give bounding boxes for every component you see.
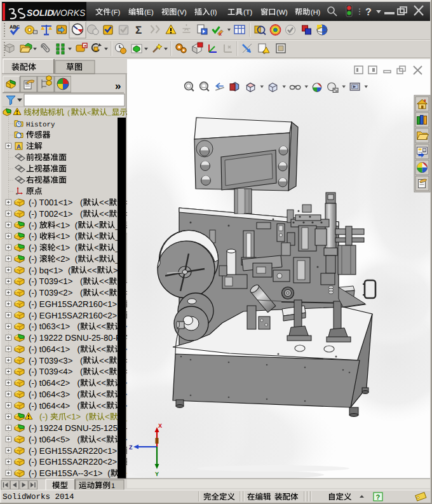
- svg-text:<: <: [94, 231, 99, 241]
- svg-text:Σ: Σ: [135, 24, 142, 36]
- svg-text:SolidWorks 2014: SolidWorks 2014: [3, 493, 74, 501]
- svg-text:(: (: [72, 378, 80, 388]
- svg-text:(-) t064<4>: (-) t064<4>: [29, 401, 71, 411]
- svg-text:<1>: <1>: [67, 412, 81, 421]
- svg-text:(: (: [72, 322, 80, 331]
- svg-text:(-) t063<1>: (-) t063<1>: [29, 322, 71, 331]
- svg-text:(: (: [72, 221, 78, 230]
- svg-text:(-): (-): [29, 221, 39, 230]
- svg-text:⋮: ⋮: [356, 7, 363, 16]
- svg-text:(: (: [76, 288, 83, 297]
- svg-text:<1>: <1>: [56, 243, 71, 252]
- svg-text:(: (: [76, 367, 83, 376]
- svg-text:(-) T039<1>: (-) T039<1>: [29, 276, 73, 286]
- svg-text:(-) EGH15SA2R220<2>: (-) EGH15SA2R220<2>: [29, 457, 118, 467]
- svg-text:(T): (T): [243, 9, 252, 17]
- svg-text:<<: <<: [99, 198, 109, 207]
- svg-text:(: (: [72, 243, 78, 252]
- svg-text:History: History: [26, 121, 55, 129]
- svg-text:(-) T001<1>: (-) T001<1>: [29, 198, 73, 207]
- svg-text:(F): (F): [111, 9, 120, 17]
- svg-text:(E): (E): [144, 9, 154, 17]
- svg-text:(: (: [72, 231, 78, 241]
- svg-text:(-) t064<1>: (-) t064<1>: [29, 344, 71, 354]
- svg-text:(: (: [72, 435, 80, 444]
- svg-text:Y: Y: [155, 471, 159, 477]
- svg-text:(-) EGH15SA2R160<1>: (-) EGH15SA2R160<1>: [29, 299, 118, 309]
- svg-text:(-) bq<1>: (-) bq<1>: [29, 266, 64, 275]
- svg-text:(-) T039<2>: (-) T039<2>: [29, 288, 73, 297]
- svg-text:(: (: [76, 276, 83, 286]
- svg-text:(-): (-): [39, 412, 50, 421]
- svg-text:(-) T039<4>: (-) T039<4>: [29, 367, 73, 376]
- svg-text:_: _: [107, 110, 112, 118]
- svg-text:✶: ✶: [15, 192, 18, 196]
- svg-text:?: ?: [376, 494, 381, 501]
- svg-text:(-) T039<3>: (-) T039<3>: [29, 356, 73, 365]
- svg-text:A: A: [17, 144, 21, 151]
- svg-text:<: <: [105, 412, 110, 421]
- svg-text:<<: <<: [99, 288, 109, 297]
- svg-text:<<: <<: [97, 322, 107, 331]
- svg-text:(: (: [72, 390, 80, 399]
- svg-text:<1>: <1>: [56, 221, 71, 230]
- svg-text:<<: <<: [99, 276, 109, 286]
- svg-text:WORKS: WORKS: [52, 8, 86, 18]
- svg-text:(I): (I): [210, 9, 217, 17]
- svg-text:<2>: <2>: [56, 254, 71, 264]
- svg-text:(: (: [76, 209, 83, 219]
- svg-text:(: (: [83, 412, 89, 421]
- svg-text:(-) EGH15SA2R160<2>: (-) EGH15SA2R160<2>: [29, 311, 118, 320]
- svg-text:<<: <<: [97, 401, 107, 411]
- svg-text:»: »: [115, 80, 121, 92]
- svg-text:<<: <<: [97, 435, 107, 444]
- svg-text:<<: <<: [99, 367, 109, 376]
- svg-text:1: 1: [111, 482, 115, 490]
- svg-text:(: (: [72, 344, 80, 354]
- svg-text:ABC: ABC: [10, 24, 20, 30]
- svg-text:(-) t064<2>: (-) t064<2>: [29, 378, 71, 388]
- svg-text:(: (: [65, 266, 71, 275]
- svg-text:<: <: [87, 110, 91, 118]
- svg-text:X: X: [158, 423, 162, 429]
- svg-text:(: (: [67, 110, 71, 118]
- svg-text:(W): (W): [276, 9, 288, 17]
- svg-text:(-): (-): [29, 243, 39, 252]
- svg-text:<: <: [94, 221, 99, 230]
- svg-text:(: (: [105, 468, 111, 478]
- svg-text:(-) EGH15SA2R220<1>: (-) EGH15SA2R220<1>: [29, 446, 118, 456]
- svg-text:(-) t064<5>: (-) t064<5>: [29, 435, 71, 444]
- svg-text:(-) EGH15SA--3<1>: (-) EGH15SA--3<1>: [29, 468, 103, 478]
- svg-text:(: (: [72, 254, 78, 264]
- svg-text:(: (: [72, 401, 80, 411]
- svg-text:SOLID: SOLID: [27, 8, 53, 18]
- svg-text:x: x: [219, 31, 222, 37]
- svg-text:<<: <<: [99, 209, 109, 219]
- svg-text:<<: <<: [97, 344, 107, 354]
- svg-text:<: <: [94, 243, 99, 252]
- svg-text:<<: <<: [87, 266, 97, 275]
- svg-text:(: (: [76, 356, 83, 365]
- svg-text:(-) t064<3>: (-) t064<3>: [29, 390, 71, 399]
- svg-text:<: <: [94, 254, 99, 264]
- svg-text:<<: <<: [97, 390, 107, 399]
- svg-text:(-): (-): [29, 254, 39, 264]
- svg-text:(-) T002<1>: (-) T002<1>: [29, 209, 73, 219]
- svg-text:(V): (V): [177, 9, 187, 17]
- svg-text:?: ?: [365, 7, 372, 18]
- svg-text:(-): (-): [29, 231, 39, 241]
- svg-text:(: (: [76, 198, 83, 207]
- svg-text:(H): (H): [311, 9, 320, 17]
- svg-text:<1>: <1>: [56, 231, 71, 241]
- svg-text:★: ★: [84, 44, 87, 48]
- svg-text:<<: <<: [97, 378, 107, 388]
- svg-text:Z: Z: [129, 444, 133, 451]
- svg-text:<<: <<: [99, 356, 109, 365]
